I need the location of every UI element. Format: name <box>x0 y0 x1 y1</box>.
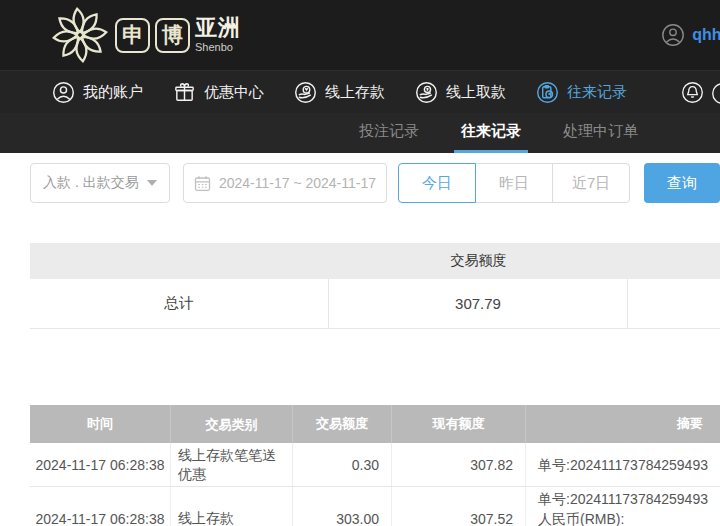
quick-label: 今日 <box>422 174 452 193</box>
username[interactable]: qhhw <box>692 26 720 44</box>
records-header-row: 时间 交易类别 交易额度 现有额度 摘要 <box>30 405 720 443</box>
cell-balance: 307.82 <box>392 443 526 486</box>
partial-nav-icon <box>711 82 720 109</box>
cell-balance: 307.52 <box>392 487 526 526</box>
logo-char: 博 <box>162 21 183 49</box>
nav-label: 线上取款 <box>446 83 506 102</box>
summary-header-amount: 交易额度 <box>329 252 628 270</box>
withdraw-icon <box>415 81 438 104</box>
table-row: 2024-11-17 06:28:38 线上存款 303.00 307.52 单… <box>30 487 720 526</box>
yesterday-button[interactable]: 昨日 <box>475 163 553 203</box>
logo-char-box: 博 <box>155 18 190 53</box>
chevron-down-icon <box>147 180 157 186</box>
tab-transaction-records[interactable]: 往来记录 <box>454 113 528 153</box>
summary-empty-cell <box>628 279 720 328</box>
type-select-value: 入款 . 出款交易 <box>43 174 139 192</box>
quick-date-group: 今日 昨日 近7日 <box>398 163 630 203</box>
records-icon <box>536 81 559 104</box>
nav-item-my-account[interactable]: 我的账户 <box>52 81 143 104</box>
records-table: 时间 交易类别 交易额度 现有额度 摘要 2024-11-17 06:28:38… <box>30 405 720 526</box>
tab-processing-orders[interactable]: 处理中订单 <box>556 113 645 153</box>
quick-label: 近7日 <box>572 174 610 193</box>
logo-char: 申 <box>122 21 143 49</box>
col-header-type: 交易类别 <box>171 405 293 443</box>
today-button[interactable]: 今日 <box>398 163 476 203</box>
summary-line: 单号:202411173784259493 <box>538 489 708 509</box>
gift-icon <box>173 81 196 104</box>
cell-time: 2024-11-17 06:28:38 <box>30 487 171 526</box>
quick-label: 昨日 <box>499 174 529 193</box>
cell-amount: 303.00 <box>293 487 392 526</box>
summary-line: 单号:202411173784259493 <box>538 455 708 475</box>
summary-line: 人民币(RMB): <box>538 509 708 526</box>
summary-total-value: 307.79 <box>329 279 628 328</box>
search-button[interactable]: 查询 <box>644 163 720 203</box>
logo-suffix: 亚洲 Shenbo <box>195 17 241 53</box>
nav-label: 优惠中心 <box>204 83 264 102</box>
cell-summary: 单号:202411173784259493 人民币(RMB): 303 <box>526 487 720 526</box>
deposit-icon <box>294 81 317 104</box>
tab-label: 往来记录 <box>461 122 521 141</box>
cell-summary: 单号:202411173784259493 <box>526 443 720 486</box>
col-header-time: 时间 <box>30 405 171 443</box>
user-area[interactable]: qhhw <box>661 23 720 47</box>
bell-icon <box>681 81 704 104</box>
date-range-input[interactable]: 2024-11-17 ~ 2024-11-17 <box>183 163 387 203</box>
nav-label: 往来记录 <box>567 83 627 102</box>
cell-type: 线上存款 <box>171 487 293 526</box>
avatar-icon <box>661 23 685 47</box>
table-row: 2024-11-17 06:28:38 线上存款笔笔送优惠 0.30 307.8… <box>30 443 720 487</box>
nav-item-withdraw[interactable]: 线上取款 <box>415 81 506 104</box>
cell-amount: 0.30 <box>293 443 392 486</box>
user-icon <box>52 81 75 104</box>
col-header-balance: 现有额度 <box>392 405 526 443</box>
brand-header: 申 博 亚洲 Shenbo qhhw <box>0 0 720 70</box>
col-header-amount: 交易额度 <box>293 405 392 443</box>
nav-label: 线上存款 <box>325 83 385 102</box>
nav-item-deposit[interactable]: 线上存款 <box>294 81 385 104</box>
calendar-icon <box>194 175 211 192</box>
page: 申 博 亚洲 Shenbo qhhw <box>0 0 720 526</box>
cell-time: 2024-11-17 06:28:38 <box>30 443 171 486</box>
record-tabs: 投注记录 往来记录 处理中订单 <box>0 113 720 153</box>
summary-total-label: 总计 <box>30 279 329 328</box>
summary-total-row: 总计 307.79 <box>30 279 720 329</box>
summary-table: 交易额度 总计 307.79 <box>30 243 720 329</box>
nav-item-records[interactable]: 往来记录 <box>536 81 627 104</box>
nav-label: 我的账户 <box>83 83 143 102</box>
logo-suffix-cn: 亚洲 <box>195 17 241 39</box>
nav-item-promotions[interactable]: 优惠中心 <box>173 81 264 104</box>
summary-header-row: 交易额度 <box>30 243 720 279</box>
logo[interactable]: 申 博 亚洲 Shenbo <box>50 5 241 65</box>
transaction-type-select[interactable]: 入款 . 出款交易 <box>30 163 170 203</box>
cell-type: 线上存款笔笔送优惠 <box>171 443 293 486</box>
filter-row: 入款 . 出款交易 2024-11-17 ~ 2024-11-17 今日 昨日 … <box>30 163 720 203</box>
date-range-value: 2024-11-17 ~ 2024-11-17 <box>219 175 376 191</box>
nav-notifications[interactable] <box>681 81 704 104</box>
main-nav: 我的账户 优惠中心 线上存款 <box>0 70 720 113</box>
logo-suffix-en: Shenbo <box>195 42 241 53</box>
tab-betting-records[interactable]: 投注记录 <box>352 113 426 153</box>
tab-label: 投注记录 <box>359 122 419 141</box>
col-header-summary: 摘要 <box>526 405 720 443</box>
last-7-days-button[interactable]: 近7日 <box>552 163 630 203</box>
flower-logo-icon <box>50 5 110 65</box>
tab-label: 处理中订单 <box>563 122 638 141</box>
logo-char-box: 申 <box>115 18 150 53</box>
